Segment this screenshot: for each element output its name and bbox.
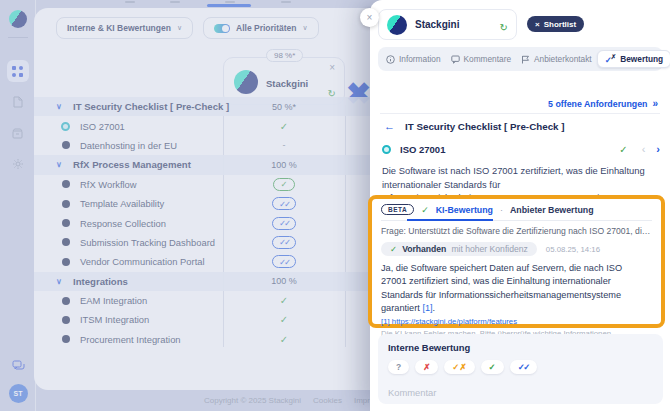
chevron-right-icon[interactable]: › (656, 143, 660, 155)
verdict-label: Vorhanden (402, 244, 446, 254)
refresh-icon[interactable]: ↻ (500, 22, 508, 33)
app-root: ST Interne & KI Bewertungen ∨ Alle Prior… (0, 0, 670, 411)
tab-label: Information (399, 54, 441, 64)
verdict-badge: ✓ Vorhanden mit hoher Konfidenz (381, 242, 537, 256)
tab-information[interactable]: Information (381, 52, 446, 66)
tab-anbieterkontakt[interactable]: Anbieterkontakt (516, 52, 597, 66)
back-arrow-icon[interactable]: ← (384, 120, 395, 132)
rating-partial-button[interactable]: ✓✗ (444, 360, 474, 374)
tab-label: Bewertung (620, 54, 663, 64)
drawer-vendor-name: Stackgini (415, 19, 459, 30)
selected-radio-icon (382, 145, 391, 154)
check-icon: ✓ (619, 144, 627, 155)
tab-anbieter-bewertung[interactable]: Anbieter Bewertung (510, 205, 594, 215)
ai-status-row: ✓ Vorhanden mit hoher Konfidenz 05.08.25… (381, 242, 652, 256)
tab-bewertung[interactable]: ✓✗ Bewertung (597, 50, 670, 68)
internal-review-title: Interne Bewertung (388, 342, 653, 353)
tab-ki-bewertung[interactable]: KI-Bewertung (436, 205, 493, 215)
check-cross-icon: ✓✗ (605, 53, 617, 65)
tab-label: Anbieterkontakt (534, 54, 592, 64)
chevron-left-icon[interactable]: ‹ (642, 143, 646, 155)
active-tab-underline (407, 219, 493, 221)
confidence-label: mit hoher Konfidenz (451, 244, 527, 254)
internal-review-card: Interne Bewertung ? ✗ ✓✗ ✓ ✓✓ (378, 334, 663, 404)
timestamp: 05.08.25, 14:16 (546, 245, 600, 254)
rating-buttons: ? ✗ ✓✗ ✓ ✓✓ (388, 360, 653, 374)
double-chevron-right-icon: » (652, 98, 658, 109)
flag-icon (521, 55, 530, 64)
divider (380, 113, 660, 114)
open-requirements-label: 5 offene Anforderungen (548, 99, 647, 109)
check-icon: ✓ (390, 244, 397, 254)
rating-excellent-button[interactable]: ✓✓ (510, 360, 537, 374)
beta-badge: BETA (381, 204, 414, 215)
comment-field-wrap (388, 382, 653, 400)
rating-fail-button[interactable]: ✗ (415, 360, 438, 374)
check-icon: ✓ (421, 205, 429, 215)
drawer-close-button[interactable]: × (360, 8, 379, 27)
ai-review-highlight-box: BETA ✓ KI-Bewertung · Anbieter Bewertung… (368, 195, 665, 328)
close-icon[interactable]: × (535, 20, 540, 29)
comment-icon (451, 55, 460, 64)
drawer-tab-bar: Information Kommentare Anbieterkontakt ✓… (378, 47, 663, 71)
requirement-title: ISO 27001 (400, 144, 445, 155)
rating-unknown-button[interactable]: ? (388, 360, 409, 374)
separator-dot: · (500, 205, 503, 215)
section-header: ← IT Security Checklist [ Pre-Check ] (384, 120, 565, 132)
tab-label: Kommentare (464, 54, 512, 64)
ai-question: Frage: Unterstützt die Software die Zert… (381, 226, 652, 236)
shortlist-badge[interactable]: × Shortlist (527, 16, 584, 32)
close-icon: × (367, 12, 373, 23)
requirement-row: ISO 27001 ✓ ‹ › (382, 141, 660, 157)
source-link[interactable]: [1] https://stackgini.de/platform/featur… (381, 317, 652, 326)
drawer-vendor-card: Stackgini ↻ (378, 9, 517, 40)
section-title: IT Security Checklist [ Pre-Check ] (405, 121, 565, 132)
ai-answer: Ja, die Software speichert Daten auf Ser… (381, 262, 649, 315)
open-requirements-link[interactable]: 5 offene Anforderungen » (548, 98, 658, 109)
stackgini-logo-icon (387, 15, 407, 35)
shortlist-label: Shortlist (544, 20, 576, 29)
comment-input[interactable] (388, 387, 653, 398)
vendor-detail-drawer: × Stackgini ↻ × Shortlist Information Ko… (370, 0, 670, 411)
ai-review-tabs: BETA ✓ KI-Bewertung · Anbieter Bewertung (381, 204, 652, 221)
citation-link[interactable]: [1] (422, 303, 432, 313)
info-icon (386, 55, 395, 64)
rating-pass-button[interactable]: ✓ (481, 360, 504, 374)
tab-kommentare[interactable]: Kommentare (446, 52, 517, 66)
